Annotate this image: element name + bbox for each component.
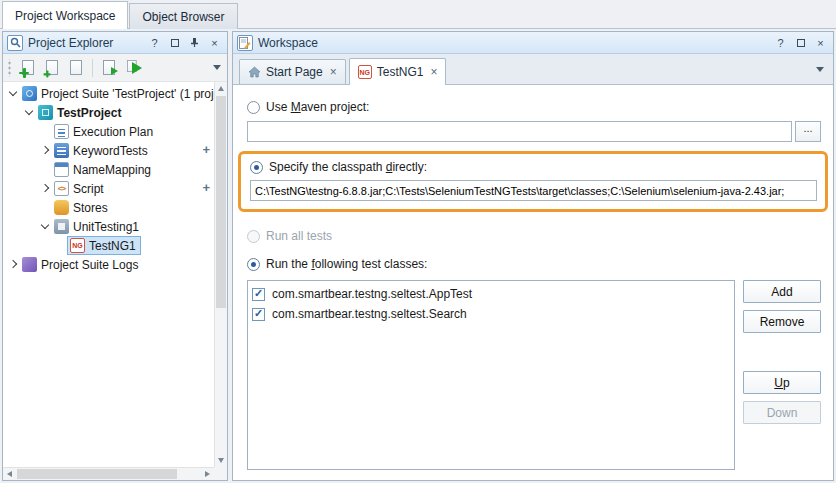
tab-object-browser[interactable]: Object Browser	[129, 3, 237, 29]
down-button[interactable]: Down	[743, 401, 821, 424]
tree-item-stores[interactable]: Stores	[3, 198, 214, 217]
scroll-up-icon[interactable]	[215, 82, 227, 95]
toolbar-separator	[92, 59, 93, 77]
expander-icon[interactable]	[23, 106, 36, 119]
maven-project-row: ...	[247, 121, 821, 142]
classpath-input[interactable]	[250, 180, 817, 201]
script-icon	[54, 181, 69, 196]
explorer-header: Project Explorer ? ×	[3, 32, 227, 54]
run-test-classes-option[interactable]: Run the following test classes:	[247, 256, 821, 272]
tree-item-namemapping[interactable]: NameMapping	[3, 160, 214, 179]
add-new-item-button[interactable]	[41, 57, 63, 79]
checkbox-checked-icon[interactable]: ✓	[252, 308, 265, 321]
browse-button[interactable]: ...	[795, 121, 821, 142]
scrollbar-thumb[interactable]	[17, 469, 177, 479]
remove-button[interactable]: Remove	[743, 310, 821, 333]
close-panel-icon[interactable]: ×	[207, 35, 222, 50]
test-class-item[interactable]: ✓ com.smartbear.testng.seltest.Search	[252, 304, 734, 324]
test-classes-list[interactable]: ✓ com.smartbear.testng.seltest.AppTest ✓…	[247, 280, 735, 470]
scroll-right-icon[interactable]	[201, 468, 214, 480]
use-maven-option[interactable]: Use Maven project:	[247, 99, 821, 115]
tab-list-dropdown-icon[interactable]	[816, 67, 824, 72]
help-icon[interactable]: ?	[147, 35, 162, 50]
scroll-left-icon[interactable]	[3, 468, 16, 480]
expander-icon[interactable]	[7, 87, 20, 100]
close-panel-icon[interactable]: ×	[813, 35, 828, 50]
run-project-button[interactable]	[122, 57, 144, 79]
tab-testng1[interactable]: NG TestNG1 ×	[349, 58, 447, 85]
explorer-title: Project Explorer	[28, 36, 142, 50]
tree-item-testproject[interactable]: TestProject	[3, 103, 214, 122]
horizontal-scrollbar[interactable]	[3, 467, 214, 480]
name-mapping-icon	[54, 162, 69, 177]
workspace-mode-tabbar: Project Workspace Object Browser	[0, 0, 836, 29]
tree-item-project-suite[interactable]: Project Suite 'TestProject' (1 project)	[3, 84, 214, 103]
scroll-down-icon[interactable]	[215, 454, 227, 467]
expander-placeholder	[39, 201, 52, 214]
expander-icon[interactable]	[39, 220, 52, 233]
project-explorer-icon	[7, 35, 23, 51]
pin-icon[interactable]	[187, 35, 202, 50]
tree-item-project-suite-logs[interactable]: Project Suite Logs	[3, 255, 214, 274]
scrollbar-corner	[214, 467, 227, 480]
vertical-scrollbar[interactable]	[214, 82, 227, 467]
radio-run-test-classes[interactable]	[247, 258, 260, 271]
workspace-icon	[237, 35, 253, 51]
add-button[interactable]: Add	[743, 280, 821, 303]
workspace-header: Workspace ? ×	[233, 32, 833, 54]
list-buttons-column: Add Remove Up Down	[743, 280, 821, 470]
run-all-tests-option[interactable]: Run all tests	[247, 228, 821, 244]
expander-icon[interactable]	[7, 258, 20, 271]
tab-label: Start Page	[266, 65, 323, 79]
help-icon[interactable]: ?	[773, 35, 788, 50]
add-child-icon[interactable]: +	[202, 180, 210, 195]
open-item-button[interactable]	[65, 57, 87, 79]
keyword-tests-icon	[54, 143, 69, 158]
tree-item-testng1[interactable]: NG TestNG1	[3, 236, 214, 255]
tab-project-workspace[interactable]: Project Workspace	[2, 1, 128, 29]
radio-specify-classpath[interactable]	[250, 161, 263, 174]
project-icon	[38, 105, 53, 120]
tree-item-unittesting1[interactable]: UnitTesting1	[3, 217, 214, 236]
close-tab-icon[interactable]: ×	[430, 65, 437, 79]
float-panel-icon[interactable]	[167, 35, 182, 50]
up-button[interactable]: Up	[743, 371, 821, 394]
project-suite-icon	[22, 86, 37, 101]
specify-classpath-label: Specify the classpath directly:	[269, 160, 427, 174]
stores-icon	[54, 200, 69, 215]
test-classes-section: ✓ com.smartbear.testng.seltest.AppTest ✓…	[247, 280, 821, 470]
maven-project-input[interactable]	[247, 121, 792, 142]
project-tree: Project Suite 'TestProject' (1 project) …	[3, 82, 227, 480]
scrollbar-thumb[interactable]	[216, 96, 226, 308]
tree-item-execution-plan[interactable]: Execution Plan	[3, 122, 214, 141]
test-class-label: com.smartbear.testng.seltest.AppTest	[272, 287, 472, 301]
tab-start-page[interactable]: Start Page ×	[239, 59, 346, 84]
logs-icon	[22, 257, 37, 272]
add-child-icon[interactable]: +	[202, 142, 210, 157]
tree-item-keywordtests[interactable]: KeywordTests +	[3, 141, 214, 160]
classpath-highlight-box: Specify the classpath directly:	[238, 151, 828, 212]
expander-icon[interactable]	[39, 144, 52, 157]
specify-classpath-option[interactable]: Specify the classpath directly:	[250, 159, 817, 175]
radio-run-all-tests[interactable]	[247, 230, 260, 243]
selected-node-highlight: NG TestNG1	[68, 237, 140, 254]
toolbar-overflow-button[interactable]	[213, 65, 223, 70]
tree-item-script[interactable]: Script +	[3, 179, 214, 198]
close-tab-icon[interactable]: ×	[330, 65, 337, 79]
run-state-button[interactable]	[98, 57, 120, 79]
expander-placeholder	[55, 239, 68, 252]
expander-icon[interactable]	[39, 182, 52, 195]
document-tabstrip: Start Page × NG TestNG1 ×	[233, 54, 833, 85]
home-icon	[248, 66, 261, 78]
test-class-item[interactable]: ✓ com.smartbear.testng.seltest.AppTest	[252, 284, 734, 304]
testng1-editor: Use Maven project: ... Specify the class…	[233, 85, 833, 480]
use-maven-label: Use Maven project:	[266, 100, 369, 114]
checkbox-checked-icon[interactable]: ✓	[252, 288, 265, 301]
float-panel-icon[interactable]	[793, 35, 808, 50]
expander-placeholder	[39, 163, 52, 176]
testng-icon: NG	[70, 238, 85, 253]
radio-use-maven[interactable]	[247, 101, 260, 114]
add-new-project-button[interactable]	[17, 57, 39, 79]
tab-label: TestNG1	[377, 65, 424, 79]
toolbar-grip[interactable]	[7, 59, 12, 77]
